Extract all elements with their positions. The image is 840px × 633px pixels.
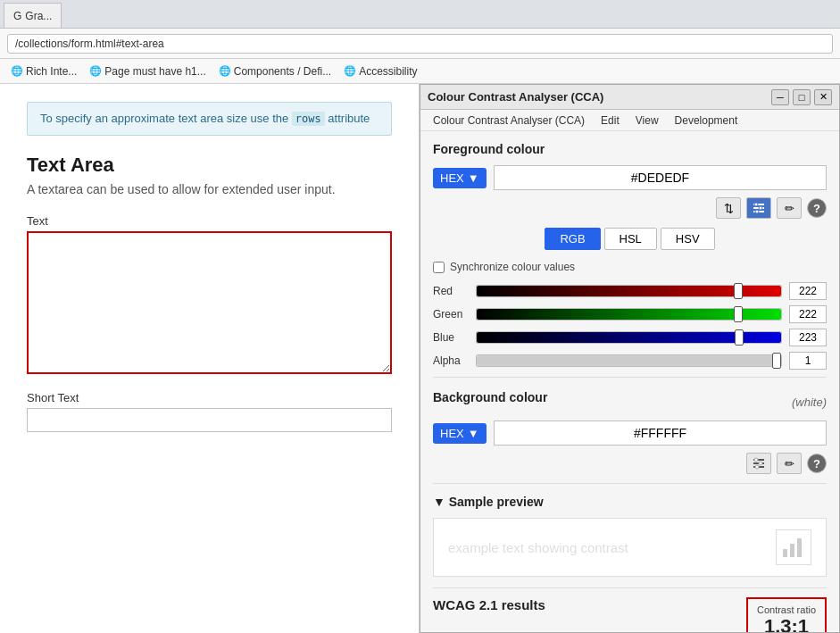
wcag-section: WCAG 2.1 results Contrast ratio 1.3:1 ▶ … bbox=[433, 597, 827, 632]
alpha-slider[interactable] bbox=[476, 354, 782, 367]
background-format-select[interactable]: HEX ▼ bbox=[433, 423, 487, 444]
background-format-dropdown-icon: ▼ bbox=[468, 427, 479, 440]
red-slider-row: Red bbox=[433, 282, 827, 300]
breadcrumb-item-0[interactable]: 🌐 Rich Inte... bbox=[5, 63, 82, 79]
notification-bar: To specify an approximate text area size… bbox=[27, 102, 392, 136]
green-slider[interactable] bbox=[476, 308, 782, 321]
bg-eyedropper-button[interactable]: ✏ bbox=[777, 453, 802, 474]
browser-address-bar: /collections/form.html#text-area bbox=[0, 29, 840, 59]
foreground-format-select[interactable]: HEX ▼ bbox=[433, 168, 487, 188]
menu-development-label: Development bbox=[675, 114, 738, 127]
menu-cca[interactable]: Colour Contrast Analyser (CCA) bbox=[426, 112, 592, 129]
contrast-ratio-box: Contrast ratio 1.3:1 bbox=[746, 597, 827, 632]
foreground-section-header: Foreground colour bbox=[433, 142, 827, 156]
minimize-button[interactable]: ─ bbox=[771, 89, 789, 105]
background-header-row: Background colour (white) bbox=[433, 390, 827, 413]
breadcrumb-icon-3: 🌐 bbox=[344, 65, 356, 78]
maximize-button[interactable]: □ bbox=[793, 89, 811, 105]
breadcrumb-item-1[interactable]: 🌐 Page must have h1... bbox=[84, 63, 211, 79]
textarea-input[interactable] bbox=[27, 231, 392, 374]
red-slider[interactable] bbox=[476, 285, 782, 297]
address-input[interactable]: /collections/form.html#text-area bbox=[7, 34, 833, 54]
background-section-header: Background colour bbox=[433, 390, 547, 404]
green-value-input[interactable] bbox=[789, 305, 827, 323]
breadcrumb-item-2[interactable]: 🌐 Components / Defi... bbox=[213, 63, 337, 79]
color-mode-tabs: RGB HSL HSV bbox=[433, 228, 827, 250]
breadcrumb-icon-2: 🌐 bbox=[219, 65, 231, 78]
foreground-format-label: HEX bbox=[440, 171, 464, 185]
tab-hsl[interactable]: HSL bbox=[604, 228, 657, 250]
alpha-value-input[interactable] bbox=[789, 352, 827, 370]
background-icon-row: ✏ ? bbox=[433, 453, 827, 474]
main-area: To specify an approximate text area size… bbox=[0, 84, 840, 633]
tab-rgb[interactable]: RGB bbox=[545, 228, 600, 250]
shorttext-input[interactable] bbox=[27, 408, 392, 432]
breadcrumb-label-1: Page must have h1... bbox=[104, 65, 205, 78]
webpage-panel: To specify an approximate text area size… bbox=[0, 84, 420, 633]
sample-chart-icon bbox=[776, 529, 811, 565]
green-label: Green bbox=[433, 308, 469, 321]
sample-preview-section: ▼ Sample preview example text showing co… bbox=[433, 495, 827, 577]
svg-point-3 bbox=[754, 203, 758, 206]
browser-tab[interactable]: G Gra... bbox=[4, 3, 62, 28]
page-title: Text Area bbox=[27, 154, 392, 177]
cca-menubar: Colour Contrast Analyser (CCA) Edit View… bbox=[420, 110, 839, 131]
divider-3 bbox=[433, 587, 827, 588]
divider-1 bbox=[433, 377, 827, 378]
menu-edit[interactable]: Edit bbox=[594, 112, 627, 129]
breadcrumb-label-3: Accessibility bbox=[359, 65, 417, 78]
bg-help-button[interactable]: ? bbox=[807, 454, 827, 473]
sample-preview-box: example text showing contrast bbox=[433, 518, 827, 577]
tab-hsv[interactable]: HSV bbox=[661, 228, 715, 250]
menu-development[interactable]: Development bbox=[668, 112, 745, 129]
foreground-icon-row: ⇅ ✏ ? bbox=[433, 197, 827, 219]
blue-label: Blue bbox=[433, 331, 469, 344]
sample-section-header: ▼ Sample preview bbox=[433, 495, 827, 509]
contrast-ratio-value: 1.3:1 bbox=[757, 615, 816, 632]
red-label: Red bbox=[433, 285, 469, 297]
sync-checkbox[interactable] bbox=[433, 262, 445, 273]
cca-titlebar: Colour Contrast Analyser (CCA) ─ □ ✕ bbox=[420, 85, 839, 110]
breadcrumb-label-2: Components / Defi... bbox=[234, 65, 331, 78]
foreground-format-row: HEX ▼ #DEDEDF bbox=[433, 165, 827, 190]
alpha-label: Alpha bbox=[433, 354, 469, 367]
breadcrumb-item-3[interactable]: 🌐 Accessibility bbox=[338, 63, 422, 79]
svg-rect-13 bbox=[790, 544, 794, 557]
window-controls: ─ □ ✕ bbox=[771, 89, 832, 105]
blue-slider[interactable] bbox=[476, 331, 782, 344]
browser-tabs: G Gra... bbox=[0, 0, 840, 29]
bookmark-bar: 🌐 Rich Inte... 🌐 Page must have h1... 🌐 … bbox=[0, 59, 840, 84]
notification-suffix: attribute bbox=[325, 112, 370, 125]
breadcrumb-icon-1: 🌐 bbox=[89, 65, 102, 78]
menu-cca-label: Colour Contrast Analyser (CCA) bbox=[433, 114, 585, 127]
close-button[interactable]: ✕ bbox=[814, 89, 832, 105]
breadcrumb-icon-0: 🌐 bbox=[11, 65, 23, 78]
foreground-color-input[interactable]: #DEDEDF bbox=[494, 165, 827, 190]
red-value-input[interactable] bbox=[789, 282, 827, 300]
svg-point-4 bbox=[759, 206, 762, 210]
background-color-input[interactable]: #FFFFFF bbox=[494, 421, 827, 446]
tab-label: Gra... bbox=[25, 10, 52, 22]
svg-point-9 bbox=[754, 458, 758, 462]
breadcrumb-label-0: Rich Inte... bbox=[26, 65, 77, 78]
svg-rect-12 bbox=[783, 549, 787, 557]
help-button[interactable]: ? bbox=[807, 198, 827, 218]
sync-label: Synchronize colour values bbox=[450, 261, 575, 273]
cca-body: Foreground colour HEX ▼ #DEDEDF ⇅ bbox=[420, 131, 839, 632]
advanced-settings-button[interactable] bbox=[746, 197, 771, 219]
sync-row: Synchronize colour values bbox=[433, 261, 827, 273]
eyedropper-button[interactable]: ✏ bbox=[777, 197, 802, 219]
svg-point-11 bbox=[755, 465, 759, 469]
swap-colors-button[interactable]: ⇅ bbox=[716, 197, 741, 219]
wcag-header-row: WCAG 2.1 results Contrast ratio 1.3:1 bbox=[433, 597, 827, 632]
cca-panel: Colour Contrast Analyser (CCA) ─ □ ✕ Col… bbox=[420, 84, 840, 633]
blue-slider-row: Blue bbox=[433, 329, 827, 346]
bg-advanced-settings-button[interactable] bbox=[746, 453, 771, 474]
divider-2 bbox=[433, 483, 827, 484]
shorttext-group: Short Text bbox=[27, 391, 392, 432]
blue-value-input[interactable] bbox=[789, 329, 827, 346]
svg-point-10 bbox=[759, 462, 762, 465]
sample-text: example text showing contrast bbox=[448, 540, 628, 555]
menu-view[interactable]: View bbox=[628, 112, 666, 129]
bg-sliders-icon bbox=[753, 457, 765, 470]
